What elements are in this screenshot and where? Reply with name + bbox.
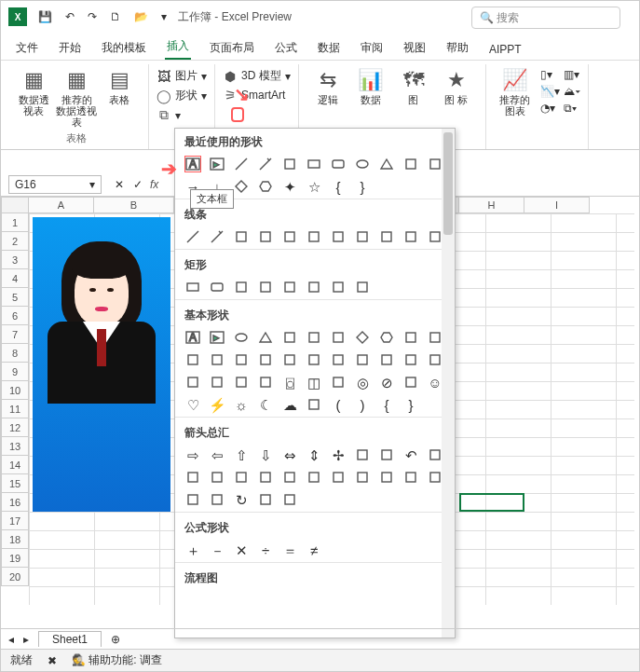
chart-button[interactable]: 🗺图 [392,66,435,105]
shape-oval[interactable] [354,156,371,172]
shape-line[interactable] [233,156,250,172]
row-header[interactable]: 16 [1,493,29,512]
logic-button[interactable]: ⇆逻辑 [306,66,349,105]
pivot-table-button[interactable]: ▦数据透 视表 [12,66,55,128]
shape-brace-l[interactable]: { [378,396,395,413]
shape-line-arrow[interactable] [257,156,274,172]
shape-c3[interactable] [257,351,274,368]
qat-more-icon[interactable]: ▾ [161,10,167,23]
shape-snip-single[interactable] [233,279,250,295]
sheet-tab[interactable]: Sheet1 [38,631,102,647]
shape-parallelogram[interactable] [306,329,322,346]
shapes-button[interactable]: ◯形状 ▾ [157,88,207,103]
shape-curved-right[interactable] [209,469,225,486]
shape-pentagon[interactable] [402,329,419,346]
tab-file[interactable]: 文件 [14,36,40,60]
fx-icon[interactable]: fx [150,178,158,191]
shape-left-right[interactable]: ⇔ [281,446,298,463]
chart-combo-icon[interactable]: ⧉▾ [564,102,580,115]
shape-diamond[interactable] [354,329,371,346]
new-file-icon[interactable]: 🗋 [110,10,121,23]
chart-bar-icon[interactable]: ▯▾ [540,68,560,81]
shape-half-frame[interactable] [402,351,419,368]
data-button[interactable]: 📊数据 [349,66,392,105]
shape-right[interactable]: ⇨ [184,446,201,463]
new-sheet-icon[interactable]: ⊕ [111,633,120,646]
tab-aippt[interactable]: AIPPT [487,39,524,60]
shape-diamond[interactable] [233,178,250,195]
shape-diagonal[interactable] [209,374,225,391]
shape-dodecagon[interactable] [184,351,201,368]
shape-round-rect[interactable] [330,156,347,172]
row-header[interactable]: 1 [1,213,29,232]
shape-cube[interactable]: ◫ [306,374,322,391]
shape-bent[interactable] [378,446,395,463]
shape-quad[interactable]: ✢ [330,446,347,463]
tab-review[interactable]: 审阅 [359,36,385,60]
row-header[interactable]: 20 [1,568,29,586]
row-header[interactable]: 8 [1,344,29,363]
row-header[interactable]: 7 [1,325,29,344]
shape-circular[interactable]: ↻ [233,491,250,508]
pictures-button[interactable]: 🖼图片 ▾ [157,68,207,84]
shape-rt-triangle[interactable] [281,329,298,346]
shape-tri-left[interactable] [354,446,371,463]
col-header[interactable]: A [29,197,94,213]
shape-teardrop[interactable] [354,351,371,368]
smartart-button[interactable]: ⚞SmartArt [223,88,291,103]
row-header[interactable]: 13 [1,437,29,456]
row-header[interactable]: 9 [1,363,29,381]
tab-formula[interactable]: 公式 [273,36,299,60]
shape-round-single[interactable] [306,279,322,295]
tab-view[interactable]: 视图 [402,36,428,60]
shape-curve-arrow[interactable] [354,228,371,245]
shape-round-diag[interactable] [354,279,371,295]
shape-down[interactable]: ⇩ [257,446,274,463]
shape-snip-diag[interactable] [281,279,298,295]
enter-icon[interactable]: ✓ [133,178,143,191]
shape-snip-same[interactable] [257,279,274,295]
shape-frame[interactable] [378,351,395,368]
shape-textbox[interactable]: A [184,329,201,346]
redo-icon[interactable]: ↷ [88,10,97,23]
search-input[interactable]: 🔍 搜索 [471,7,620,29]
row-header[interactable]: 11 [1,400,29,418]
shape-donut[interactable]: ◎ [354,374,371,391]
row-header[interactable]: 17 [1,512,29,530]
select-all-corner[interactable] [1,197,29,213]
shape-no[interactable]: ⊘ [378,374,395,391]
tab-insert[interactable]: 插入 [165,34,191,60]
status-accessibility[interactable]: 辅助功能: 调查 [89,653,162,666]
shape-star5[interactable]: ☆ [306,178,322,195]
shape-striped[interactable] [306,469,322,486]
shape-trapezoid[interactable] [330,329,347,346]
save-icon[interactable]: 💾 [38,10,52,23]
shape-heart[interactable]: ♡ [184,396,201,413]
shape-curved-up[interactable] [257,469,274,486]
chart-line-icon[interactable]: 📉▾ [540,85,560,98]
shape-pie[interactable] [306,351,322,368]
undo-icon[interactable]: ↶ [65,10,75,23]
shape-curve[interactable] [330,228,347,245]
shape-uturn[interactable]: ↶ [402,446,419,463]
shape-corner[interactable] [184,374,201,391]
shape-equal[interactable]: ＝ [281,542,298,558]
shape-callout-up[interactable] [184,491,201,508]
shape-c1[interactable] [209,351,225,368]
tab-home[interactable]: 开始 [57,36,83,60]
tab-help[interactable]: 帮助 [444,36,470,60]
row-header[interactable]: 12 [1,418,29,437]
row-header[interactable]: 3 [1,251,29,269]
shape-curved-down[interactable] [281,469,298,486]
shape-textbox-vert[interactable]: ▸ [209,329,225,346]
shape-pentagon-a[interactable] [354,469,371,486]
shape-triangle[interactable] [378,156,395,172]
shape-triangle[interactable] [257,329,274,346]
shape-cloud[interactable]: ☁ [281,396,298,413]
shape-plaque[interactable] [257,374,274,391]
shape-line-arrow[interactable] [209,228,225,245]
shape-plus-a[interactable] [257,491,274,508]
shape-minus[interactable]: － [209,542,225,558]
shape-up[interactable]: ⇧ [233,446,250,463]
shape-arc[interactable] [306,396,322,413]
